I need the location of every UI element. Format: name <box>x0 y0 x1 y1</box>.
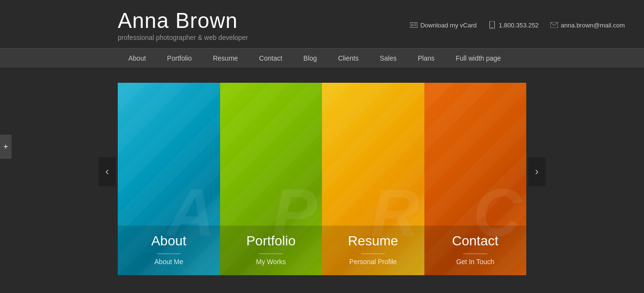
sidebar-toggle-button[interactable]: + <box>0 135 12 159</box>
nav-item-clients[interactable]: Clients <box>327 49 369 68</box>
nav-link-fullwidth[interactable]: Full width page <box>445 49 511 68</box>
nav-item-about[interactable]: About <box>118 49 157 68</box>
nav-item-blog[interactable]: Blog <box>293 49 327 68</box>
header: Anna Brown professional photographer & w… <box>0 0 644 48</box>
slider-prev-button[interactable]: ‹ <box>99 157 116 186</box>
card-portfolio-divider <box>259 254 283 254</box>
nav-link-portfolio[interactable]: Portfolio <box>157 49 202 68</box>
chevron-left-icon: ‹ <box>105 166 109 178</box>
card-contact-bottom: Contact Get In Touch <box>424 226 527 275</box>
nav-item-fullwidth[interactable]: Full width page <box>445 49 511 68</box>
nav-link-blog[interactable]: Blog <box>293 49 327 68</box>
plus-icon: + <box>3 142 8 151</box>
card-resume[interactable]: R Resume Personal Profile <box>322 83 424 275</box>
phone-contact: 1.800.353.252 <box>488 21 539 29</box>
svg-rect-0 <box>410 23 418 27</box>
svg-point-1 <box>411 24 413 26</box>
navbar: About Portfolio Resume Contact Blog Clie… <box>0 48 644 68</box>
vcard-icon <box>410 21 418 29</box>
card-resume-bottom: Resume Personal Profile <box>322 226 424 275</box>
phone-icon <box>488 21 496 29</box>
nav-item-portfolio[interactable]: Portfolio <box>157 49 202 68</box>
nav-item-contact[interactable]: Contact <box>248 49 293 68</box>
chevron-right-icon: › <box>535 166 538 178</box>
card-about-title: About <box>118 233 220 249</box>
nav-link-resume[interactable]: Resume <box>202 49 248 68</box>
email-icon <box>550 21 558 29</box>
site-subtitle: professional photographer & web develope… <box>118 34 248 41</box>
card-portfolio-bottom: Portfolio My Works <box>220 226 322 275</box>
header-contacts: Download my vCard 1.800.353.252 anna.bro… <box>410 21 625 29</box>
card-about-bottom: About About Me <box>118 226 220 275</box>
email-label: anna.brown@mail.com <box>561 22 625 29</box>
card-portfolio[interactable]: P Portfolio My Works <box>220 83 322 275</box>
phone-label: 1.800.353.252 <box>499 22 539 29</box>
card-contact-title: Contact <box>424 233 527 249</box>
nav-list: About Portfolio Resume Contact Blog Clie… <box>118 49 526 68</box>
slider-next-button[interactable]: › <box>528 157 545 186</box>
vcard-label: Download my vCard <box>421 22 477 29</box>
card-portfolio-subtitle: My Works <box>220 258 322 266</box>
card-about-subtitle: About Me <box>118 258 220 266</box>
site-title: Anna Brown <box>118 9 248 33</box>
card-resume-divider <box>361 254 385 254</box>
card-resume-title: Resume <box>322 233 424 249</box>
card-contact-divider <box>463 254 487 254</box>
card-portfolio-title: Portfolio <box>220 233 322 249</box>
nav-item-plans[interactable]: Plans <box>407 49 445 68</box>
svg-rect-5 <box>491 27 493 28</box>
nav-link-sales[interactable]: Sales <box>369 49 407 68</box>
card-about[interactable]: A About About Me <box>118 83 220 275</box>
nav-item-resume[interactable]: Resume <box>202 49 248 68</box>
nav-link-about[interactable]: About <box>118 49 157 68</box>
nav-link-plans[interactable]: Plans <box>407 49 445 68</box>
nav-link-clients[interactable]: Clients <box>327 49 369 68</box>
nav-link-contact[interactable]: Contact <box>248 49 293 68</box>
header-branding: Anna Brown professional photographer & w… <box>118 9 248 41</box>
main-slider: ‹ A About About Me P Portfolio My Works … <box>0 68 644 275</box>
card-contact[interactable]: C Contact Get In Touch <box>424 83 527 275</box>
card-contact-subtitle: Get In Touch <box>424 258 527 266</box>
cards-container: A About About Me P Portfolio My Works R … <box>118 83 526 275</box>
card-resume-subtitle: Personal Profile <box>322 258 424 266</box>
nav-item-sales[interactable]: Sales <box>369 49 407 68</box>
vcard-contact[interactable]: Download my vCard <box>410 21 477 29</box>
email-contact[interactable]: anna.brown@mail.com <box>550 21 625 29</box>
card-about-divider <box>157 254 181 254</box>
